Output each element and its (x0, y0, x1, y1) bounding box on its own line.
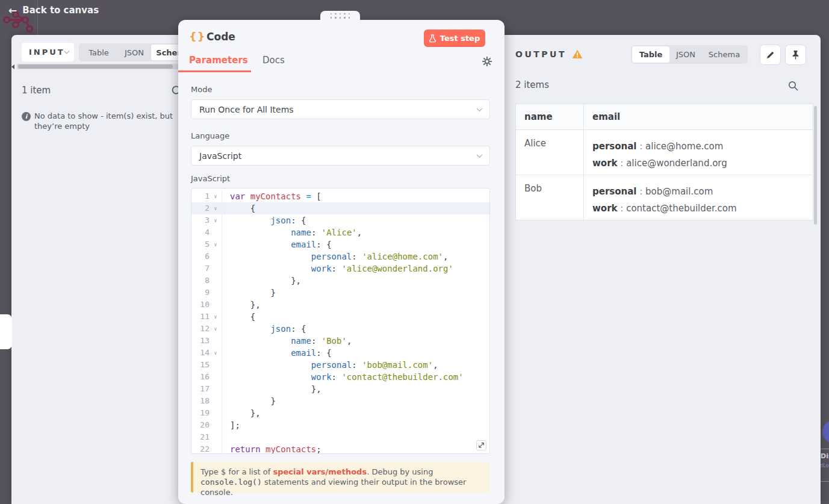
email-key: personal (592, 186, 636, 197)
input-source-dropdown[interactable]: INPUT (22, 43, 74, 61)
line-number: 20 (191, 419, 210, 431)
scroll-left-arrow[interactable] (11, 64, 14, 69)
fold-gutter (210, 395, 222, 407)
output-data-table: nameemail Alicepersonal : alice@home.com… (515, 104, 813, 220)
email-value: bob@mail.com (645, 186, 713, 197)
tab-json[interactable]: JSON (117, 45, 151, 60)
code-editor[interactable]: 1∨var myContacts = [2∨ {3∨ json: {4 name… (191, 188, 490, 454)
pin-data-button[interactable] (785, 45, 806, 65)
tab-parameters[interactable]: Parameters (189, 55, 248, 66)
email-key: personal (592, 141, 636, 152)
vertical-scrollbar-thumb[interactable] (814, 106, 817, 225)
code-text: personal: 'alice@home.com', (222, 250, 489, 263)
code-line: 8 }, (191, 275, 489, 287)
tab-table[interactable]: Table (80, 45, 117, 60)
special-vars-link[interactable]: special vars/methods (273, 467, 367, 476)
node-sublabel-fragment: dLega (820, 463, 829, 468)
expand-editor-button[interactable] (476, 440, 486, 450)
test-step-button[interactable]: Test step (424, 30, 485, 47)
table-row: Alicepersonal : alice@home.comwork : ali… (516, 130, 813, 175)
code-text: } (222, 395, 489, 407)
code-text: }, (222, 275, 489, 287)
fold-chevron-icon[interactable]: ∨ (210, 214, 222, 226)
grip-dot (349, 13, 350, 15)
code-line: 19 }, (191, 407, 489, 419)
input-empty-message: No data to show - item(s) exist, but the… (34, 111, 178, 131)
code-line: 7 work: 'alice@wonderland.org' (191, 263, 489, 275)
code-line: 3∨ json: { (191, 214, 489, 226)
cell-name: Bob (516, 175, 584, 220)
grip-dot (344, 17, 346, 19)
search-icon[interactable] (787, 80, 799, 94)
fold-gutter (210, 299, 222, 311)
line-number: 18 (191, 395, 210, 407)
input-panel-drag-handle[interactable] (0, 314, 12, 349)
tab-json[interactable]: JSON (669, 46, 702, 63)
fold-chevron-icon[interactable]: ∨ (210, 311, 222, 323)
fold-gutter (210, 371, 222, 383)
fold-chevron-icon[interactable]: ∨ (210, 190, 222, 202)
input-panel-title: INPUT (29, 48, 65, 57)
email-entry: work : contact@thebuilder.com (592, 200, 804, 217)
line-number: 21 (191, 431, 210, 443)
grip-dot (349, 17, 350, 19)
horizontal-scrollbar[interactable] (17, 64, 178, 69)
line-number: 8 (191, 275, 210, 287)
code-line: 10 }, (191, 299, 489, 311)
line-number: 17 (191, 383, 210, 395)
node-settings-gear-icon[interactable] (482, 57, 492, 69)
line-number: 16 (191, 371, 210, 383)
line-number: 10 (191, 299, 210, 311)
column-header-name: name (516, 104, 584, 130)
code-line: 6 personal: 'alice@home.com', (191, 250, 489, 263)
code-line: 15 personal: 'bob@mail.com', (191, 359, 489, 371)
grip-dot (340, 13, 341, 15)
email-value: alice@wonderland.org (626, 158, 727, 169)
line-number: 14 (191, 347, 210, 359)
code-line: 13 name: 'Bob', (191, 335, 489, 347)
back-to-canvas-button[interactable]: ← Back to canvas (8, 5, 99, 16)
email-value: contact@thebuilder.com (626, 203, 736, 214)
canvas-node-fragment[interactable] (821, 414, 829, 450)
back-arrow-icon: ← (8, 5, 17, 16)
grip-dot (344, 13, 346, 15)
language-select[interactable]: JavaScript (191, 146, 490, 166)
edit-output-button[interactable] (760, 45, 781, 65)
code-text: }, (222, 407, 489, 419)
modal-drag-grip[interactable] (320, 11, 360, 20)
fold-chevron-icon[interactable]: ∨ (210, 202, 222, 214)
email-entry: personal : alice@home.com (592, 138, 804, 155)
code-text: return myContacts; (222, 443, 489, 454)
active-tab-underline (178, 70, 251, 72)
code-line: 16 work: 'contact@thebuilder.com' (191, 371, 489, 383)
editor-hint-callout: Type $ for a list of special vars/method… (191, 462, 490, 493)
fold-chevron-icon[interactable]: ∨ (210, 347, 222, 359)
code-text: } (222, 287, 489, 299)
line-number: 2 (191, 202, 210, 214)
tab-table[interactable]: Table (632, 46, 669, 63)
fold-gutter (210, 359, 222, 371)
code-text: personal: 'bob@mail.com', (222, 359, 489, 371)
fold-chevron-icon[interactable]: ∨ (210, 238, 222, 250)
line-number: 6 (191, 250, 210, 263)
mode-select[interactable]: Run Once for All Items (191, 99, 490, 119)
horizontal-scrollbar-thumb[interactable] (18, 64, 173, 69)
node-border-bottom (821, 481, 829, 482)
output-items-count: 2 items (515, 79, 549, 90)
fold-gutter (210, 263, 222, 275)
fold-gutter (210, 443, 222, 454)
code-text: }, (222, 383, 489, 395)
tab-docs[interactable]: Docs (262, 55, 285, 66)
line-number: 1 (191, 190, 210, 202)
output-display-mode-tabs: TableJSONSchema (631, 45, 748, 64)
code-text: var myContacts = [ (222, 190, 489, 202)
fold-gutter (210, 275, 222, 287)
pin-icon (791, 50, 800, 60)
email-key: work (592, 158, 618, 169)
code-text: email: { (222, 347, 489, 359)
fold-chevron-icon[interactable]: ∨ (210, 323, 222, 335)
line-number: 4 (191, 226, 210, 238)
tab-schema[interactable]: Schema (702, 46, 747, 63)
code-editor-label: JavaScript (191, 174, 230, 183)
mode-value: Run Once for All Items (199, 105, 294, 114)
